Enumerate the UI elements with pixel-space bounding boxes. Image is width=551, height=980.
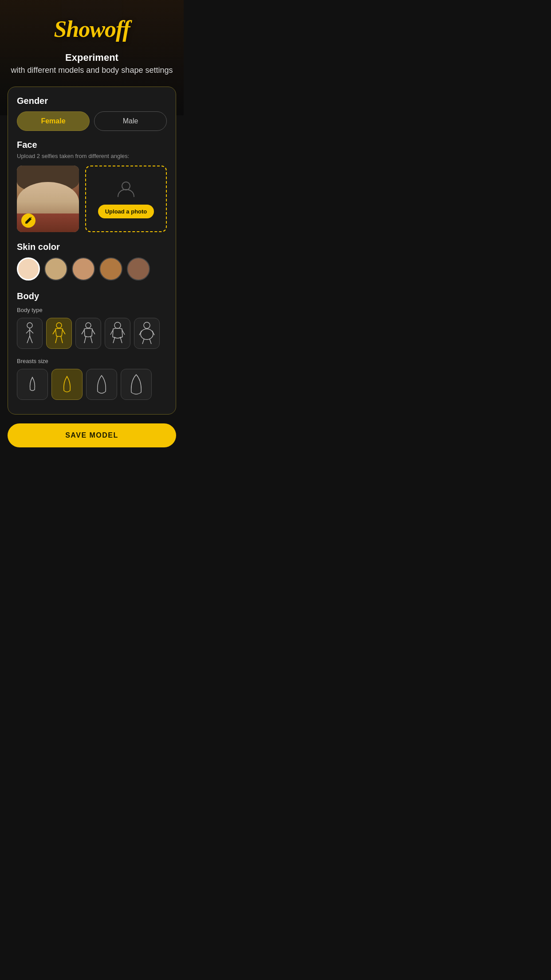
breast-medium-icon	[59, 373, 75, 396]
breast-small-icon	[24, 373, 41, 396]
tagline: Experiment with different models and bod…	[2, 51, 182, 76]
page-content: Showoff Experiment with different models…	[0, 0, 184, 461]
gender-label: Gender	[17, 96, 167, 106]
face-photo-slot-2[interactable]: Upload a photo	[85, 166, 167, 232]
tagline-main: Experiment	[11, 51, 173, 65]
svg-line-11	[63, 330, 65, 334]
skin-swatch-1[interactable]	[17, 257, 40, 281]
gender-male-button[interactable]: Male	[94, 111, 167, 131]
face-subtitle: Upload 2 selfies taken from different an…	[17, 153, 167, 159]
svg-marker-1	[25, 217, 31, 224]
slim-body-icon	[22, 322, 38, 345]
gender-selector: Female Male	[17, 111, 167, 131]
svg-line-29	[150, 339, 151, 344]
save-model-button[interactable]: SAVE MODEL	[8, 423, 176, 447]
body-label: Body	[17, 291, 167, 301]
svg-line-8	[30, 336, 32, 343]
breast-size-selector	[17, 369, 167, 400]
edit-photo-button[interactable]	[21, 213, 35, 228]
chubby-body-icon	[110, 322, 126, 345]
svg-line-28	[142, 339, 144, 344]
skin-color-selector	[17, 257, 167, 281]
body-type-average[interactable]	[75, 318, 101, 349]
body-type-slim[interactable]	[17, 318, 43, 349]
svg-line-17	[84, 336, 86, 343]
breast-size-large[interactable]	[86, 369, 117, 400]
body-type-heavy[interactable]	[134, 318, 160, 349]
svg-point-19	[114, 322, 121, 328]
svg-line-6	[30, 330, 33, 333]
body-type-chubby[interactable]	[105, 318, 130, 349]
svg-point-24	[144, 322, 150, 328]
app-title: Showoff	[54, 16, 130, 42]
person-placeholder-icon	[116, 179, 136, 199]
breast-size-xlarge[interactable]	[121, 369, 152, 400]
upload-photo-button[interactable]: Upload a photo	[98, 205, 154, 218]
svg-point-25	[141, 329, 153, 340]
face-label: Face	[17, 140, 167, 150]
body-type-selector	[17, 318, 167, 349]
body-type-athletic[interactable]	[46, 318, 72, 349]
skin-swatch-4[interactable]	[99, 257, 122, 281]
settings-card: Gender Female Male Face Upload 2 selfies…	[8, 87, 176, 415]
svg-line-16	[92, 330, 95, 334]
skin-swatch-3[interactable]	[72, 257, 95, 281]
svg-line-10	[53, 330, 55, 334]
svg-line-13	[61, 336, 63, 343]
face-photo-slot-1	[17, 166, 79, 232]
breast-size-label: Breasts size	[17, 358, 167, 364]
pencil-icon	[25, 217, 32, 224]
skin-swatch-5[interactable]	[127, 257, 150, 281]
athletic-body-icon	[51, 322, 67, 345]
svg-point-3	[27, 323, 32, 328]
breast-size-small[interactable]	[17, 369, 48, 400]
svg-line-5	[26, 330, 30, 333]
body-type-label: Body type	[17, 307, 167, 313]
svg-line-18	[91, 336, 92, 343]
tagline-sub: with different models and body shape set…	[11, 65, 173, 76]
breast-size-medium[interactable]	[51, 369, 83, 400]
face-upload-row: Upload a photo	[17, 166, 167, 232]
breast-large-icon	[93, 373, 110, 396]
svg-line-12	[55, 336, 57, 343]
skin-swatch-2[interactable]	[44, 257, 67, 281]
svg-point-2	[122, 182, 130, 190]
svg-line-7	[27, 336, 30, 343]
svg-point-9	[56, 323, 62, 328]
breast-xlarge-icon	[128, 373, 145, 396]
svg-point-14	[86, 323, 91, 328]
skin-color-label: Skin color	[17, 242, 167, 252]
average-body-icon	[80, 322, 96, 345]
svg-line-15	[82, 330, 84, 334]
heavy-body-icon	[139, 322, 155, 345]
gender-female-button[interactable]: Female	[17, 111, 90, 131]
